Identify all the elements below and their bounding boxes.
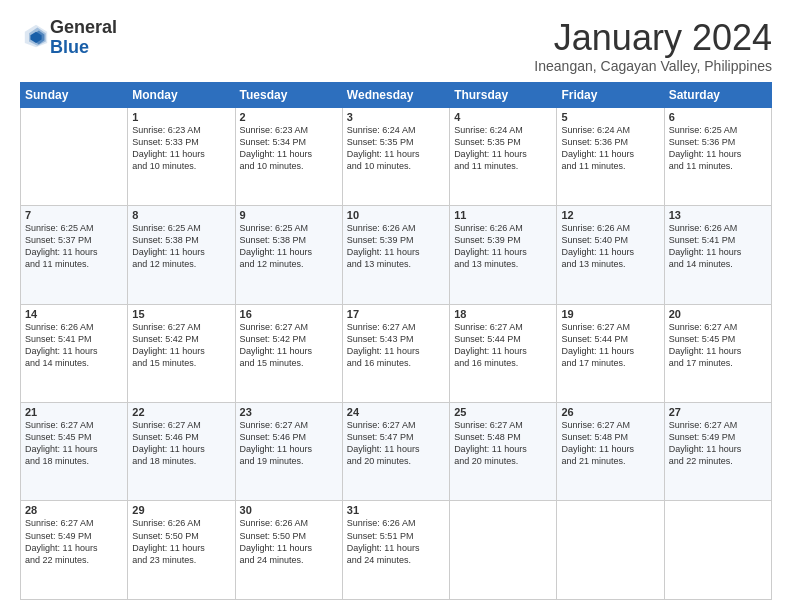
day-number: 22 xyxy=(132,406,230,418)
calendar-cell: 23Sunrise: 6:27 AM Sunset: 5:46 PM Dayli… xyxy=(235,403,342,501)
calendar-cell: 7Sunrise: 6:25 AM Sunset: 5:37 PM Daylig… xyxy=(21,206,128,304)
day-number: 4 xyxy=(454,111,552,123)
logo-icon xyxy=(22,22,50,50)
day-number: 18 xyxy=(454,308,552,320)
calendar-cell: 5Sunrise: 6:24 AM Sunset: 5:36 PM Daylig… xyxy=(557,107,664,205)
day-number: 26 xyxy=(561,406,659,418)
calendar-cell xyxy=(21,107,128,205)
day-number: 8 xyxy=(132,209,230,221)
calendar-cell: 29Sunrise: 6:26 AM Sunset: 5:50 PM Dayli… xyxy=(128,501,235,600)
title-block: January 2024 Ineangan, Cagayan Valley, P… xyxy=(534,18,772,74)
calendar-cell: 22Sunrise: 6:27 AM Sunset: 5:46 PM Dayli… xyxy=(128,403,235,501)
day-info: Sunrise: 6:26 AM Sunset: 5:51 PM Dayligh… xyxy=(347,517,445,566)
day-number: 14 xyxy=(25,308,123,320)
day-number: 16 xyxy=(240,308,338,320)
calendar-cell xyxy=(557,501,664,600)
week-row-3: 21Sunrise: 6:27 AM Sunset: 5:45 PM Dayli… xyxy=(21,403,772,501)
day-number: 12 xyxy=(561,209,659,221)
calendar-cell: 27Sunrise: 6:27 AM Sunset: 5:49 PM Dayli… xyxy=(664,403,771,501)
day-number: 28 xyxy=(25,504,123,516)
logo-general-text: General xyxy=(50,17,117,37)
day-info: Sunrise: 6:27 AM Sunset: 5:44 PM Dayligh… xyxy=(454,321,552,370)
header: General Blue January 2024 Ineangan, Caga… xyxy=(20,18,772,74)
calendar-cell: 12Sunrise: 6:26 AM Sunset: 5:40 PM Dayli… xyxy=(557,206,664,304)
header-wednesday: Wednesday xyxy=(342,82,449,107)
week-row-1: 7Sunrise: 6:25 AM Sunset: 5:37 PM Daylig… xyxy=(21,206,772,304)
day-info: Sunrise: 6:27 AM Sunset: 5:43 PM Dayligh… xyxy=(347,321,445,370)
header-tuesday: Tuesday xyxy=(235,82,342,107)
day-number: 24 xyxy=(347,406,445,418)
week-row-2: 14Sunrise: 6:26 AM Sunset: 5:41 PM Dayli… xyxy=(21,304,772,402)
calendar-cell: 2Sunrise: 6:23 AM Sunset: 5:34 PM Daylig… xyxy=(235,107,342,205)
calendar-cell: 13Sunrise: 6:26 AM Sunset: 5:41 PM Dayli… xyxy=(664,206,771,304)
day-number: 31 xyxy=(347,504,445,516)
day-info: Sunrise: 6:25 AM Sunset: 5:37 PM Dayligh… xyxy=(25,222,123,271)
day-number: 2 xyxy=(240,111,338,123)
calendar-cell: 28Sunrise: 6:27 AM Sunset: 5:49 PM Dayli… xyxy=(21,501,128,600)
day-number: 6 xyxy=(669,111,767,123)
day-info: Sunrise: 6:27 AM Sunset: 5:45 PM Dayligh… xyxy=(669,321,767,370)
day-number: 13 xyxy=(669,209,767,221)
day-info: Sunrise: 6:26 AM Sunset: 5:39 PM Dayligh… xyxy=(454,222,552,271)
calendar-cell: 11Sunrise: 6:26 AM Sunset: 5:39 PM Dayli… xyxy=(450,206,557,304)
calendar-cell: 21Sunrise: 6:27 AM Sunset: 5:45 PM Dayli… xyxy=(21,403,128,501)
day-number: 7 xyxy=(25,209,123,221)
day-info: Sunrise: 6:26 AM Sunset: 5:50 PM Dayligh… xyxy=(132,517,230,566)
day-info: Sunrise: 6:27 AM Sunset: 5:46 PM Dayligh… xyxy=(132,419,230,468)
week-row-0: 1Sunrise: 6:23 AM Sunset: 5:33 PM Daylig… xyxy=(21,107,772,205)
day-info: Sunrise: 6:26 AM Sunset: 5:40 PM Dayligh… xyxy=(561,222,659,271)
calendar-cell: 10Sunrise: 6:26 AM Sunset: 5:39 PM Dayli… xyxy=(342,206,449,304)
header-sunday: Sunday xyxy=(21,82,128,107)
day-info: Sunrise: 6:27 AM Sunset: 5:45 PM Dayligh… xyxy=(25,419,123,468)
day-info: Sunrise: 6:26 AM Sunset: 5:50 PM Dayligh… xyxy=(240,517,338,566)
logo: General Blue xyxy=(20,18,117,58)
day-number: 19 xyxy=(561,308,659,320)
calendar-table: SundayMondayTuesdayWednesdayThursdayFrid… xyxy=(20,82,772,600)
calendar-cell xyxy=(664,501,771,600)
day-number: 10 xyxy=(347,209,445,221)
calendar-cell: 24Sunrise: 6:27 AM Sunset: 5:47 PM Dayli… xyxy=(342,403,449,501)
day-number: 17 xyxy=(347,308,445,320)
calendar-cell: 6Sunrise: 6:25 AM Sunset: 5:36 PM Daylig… xyxy=(664,107,771,205)
day-info: Sunrise: 6:27 AM Sunset: 5:49 PM Dayligh… xyxy=(669,419,767,468)
day-number: 30 xyxy=(240,504,338,516)
day-number: 15 xyxy=(132,308,230,320)
calendar-header-row: SundayMondayTuesdayWednesdayThursdayFrid… xyxy=(21,82,772,107)
day-number: 9 xyxy=(240,209,338,221)
day-number: 1 xyxy=(132,111,230,123)
calendar-cell: 14Sunrise: 6:26 AM Sunset: 5:41 PM Dayli… xyxy=(21,304,128,402)
header-friday: Friday xyxy=(557,82,664,107)
calendar-cell: 17Sunrise: 6:27 AM Sunset: 5:43 PM Dayli… xyxy=(342,304,449,402)
day-info: Sunrise: 6:27 AM Sunset: 5:49 PM Dayligh… xyxy=(25,517,123,566)
day-info: Sunrise: 6:27 AM Sunset: 5:48 PM Dayligh… xyxy=(454,419,552,468)
calendar-cell: 15Sunrise: 6:27 AM Sunset: 5:42 PM Dayli… xyxy=(128,304,235,402)
day-info: Sunrise: 6:27 AM Sunset: 5:47 PM Dayligh… xyxy=(347,419,445,468)
calendar-cell: 9Sunrise: 6:25 AM Sunset: 5:38 PM Daylig… xyxy=(235,206,342,304)
calendar-cell: 18Sunrise: 6:27 AM Sunset: 5:44 PM Dayli… xyxy=(450,304,557,402)
calendar-cell: 4Sunrise: 6:24 AM Sunset: 5:35 PM Daylig… xyxy=(450,107,557,205)
day-number: 5 xyxy=(561,111,659,123)
day-info: Sunrise: 6:27 AM Sunset: 5:48 PM Dayligh… xyxy=(561,419,659,468)
day-info: Sunrise: 6:24 AM Sunset: 5:35 PM Dayligh… xyxy=(454,124,552,173)
day-number: 21 xyxy=(25,406,123,418)
calendar-cell xyxy=(450,501,557,600)
day-number: 23 xyxy=(240,406,338,418)
day-info: Sunrise: 6:25 AM Sunset: 5:38 PM Dayligh… xyxy=(240,222,338,271)
day-info: Sunrise: 6:23 AM Sunset: 5:33 PM Dayligh… xyxy=(132,124,230,173)
calendar-cell: 16Sunrise: 6:27 AM Sunset: 5:42 PM Dayli… xyxy=(235,304,342,402)
calendar-cell: 20Sunrise: 6:27 AM Sunset: 5:45 PM Dayli… xyxy=(664,304,771,402)
header-monday: Monday xyxy=(128,82,235,107)
day-number: 29 xyxy=(132,504,230,516)
day-info: Sunrise: 6:26 AM Sunset: 5:41 PM Dayligh… xyxy=(25,321,123,370)
location-title: Ineangan, Cagayan Valley, Philippines xyxy=(534,58,772,74)
calendar-cell: 31Sunrise: 6:26 AM Sunset: 5:51 PM Dayli… xyxy=(342,501,449,600)
week-row-4: 28Sunrise: 6:27 AM Sunset: 5:49 PM Dayli… xyxy=(21,501,772,600)
calendar-cell: 25Sunrise: 6:27 AM Sunset: 5:48 PM Dayli… xyxy=(450,403,557,501)
day-number: 27 xyxy=(669,406,767,418)
day-info: Sunrise: 6:27 AM Sunset: 5:42 PM Dayligh… xyxy=(240,321,338,370)
day-info: Sunrise: 6:23 AM Sunset: 5:34 PM Dayligh… xyxy=(240,124,338,173)
day-info: Sunrise: 6:26 AM Sunset: 5:41 PM Dayligh… xyxy=(669,222,767,271)
day-info: Sunrise: 6:27 AM Sunset: 5:44 PM Dayligh… xyxy=(561,321,659,370)
calendar-cell: 30Sunrise: 6:26 AM Sunset: 5:50 PM Dayli… xyxy=(235,501,342,600)
day-info: Sunrise: 6:27 AM Sunset: 5:42 PM Dayligh… xyxy=(132,321,230,370)
